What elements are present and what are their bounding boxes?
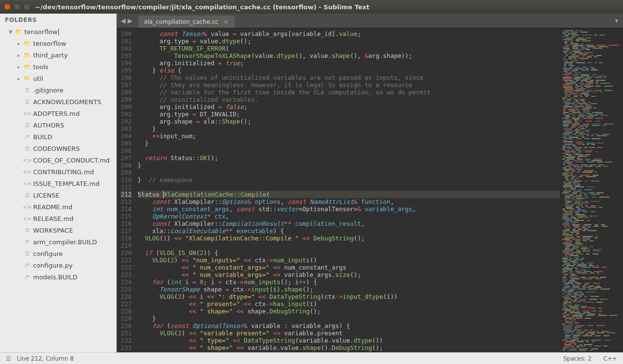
- file-item[interactable]: /*configure.py: [0, 261, 116, 271]
- file-item[interactable]: 🗋WORKSPACE: [0, 226, 116, 236]
- file-item[interactable]: <>README.md: [0, 202, 116, 212]
- window-titlebar: ~/dev/tensorflow/tensorflow/compiler/jit…: [0, 0, 623, 14]
- tab-strip: ◀ ▶ xla_compilation_cache.cc × ▾: [117, 14, 623, 28]
- file-item[interactable]: <>CONTRIBUTING.md: [0, 167, 116, 177]
- file-item[interactable]: <>ISSUE_TEMPLATE.md: [0, 179, 116, 189]
- file-item[interactable]: /*models.BUILD: [0, 273, 116, 282]
- status-language[interactable]: C++: [604, 355, 618, 362]
- editor-tab[interactable]: xla_compilation_cache.cc ×: [138, 16, 235, 28]
- code-editor[interactable]: const Tensor& value = variable_args[vari…: [138, 28, 560, 352]
- file-item[interactable]: <>RELEASE.md: [0, 214, 116, 224]
- nav-back-icon[interactable]: ◀: [121, 17, 126, 24]
- window-title: ~/dev/tensorflow/tensorflow/compiler/jit…: [35, 3, 369, 11]
- file-item[interactable]: 🗋ACKNOWLEDGMENTS: [0, 97, 116, 107]
- file-item[interactable]: 🗋LICENSE: [0, 191, 116, 200]
- panel-toggle-icon[interactable]: ☰: [6, 355, 11, 362]
- file-item[interactable]: <>ADOPTERS.md: [0, 109, 116, 119]
- file-item[interactable]: /*arm_compiler.BUILD: [0, 237, 116, 247]
- window-close-button[interactable]: [4, 3, 11, 10]
- file-item[interactable]: 🗋CODEOWNERS: [0, 144, 116, 154]
- folder-item[interactable]: ▸📁util: [0, 74, 116, 84]
- sidebar: FOLDERS ▼📁tensorflow▸📁tensorflow▸📁third_…: [0, 14, 117, 352]
- folder-item[interactable]: ▸📁tensorflow: [0, 39, 116, 49]
- window-minimize-button[interactable]: [14, 3, 20, 10]
- folder-item[interactable]: ▸📁tools: [0, 62, 116, 72]
- folder-root[interactable]: ▼📁tensorflow: [0, 27, 116, 37]
- status-bar: ☰ Line 212, Column 8 Spaces: 2 C++: [0, 352, 623, 364]
- file-item[interactable]: 🗋configure: [0, 249, 116, 259]
- file-item[interactable]: <>CODE_OF_CONDUCT.md: [0, 156, 116, 165]
- window-maximize-button[interactable]: [23, 3, 30, 10]
- status-position[interactable]: Line 212, Column 8: [17, 355, 74, 362]
- tab-label: xla_compilation_cache.cc: [144, 18, 219, 25]
- sidebar-header: FOLDERS: [0, 14, 116, 26]
- file-item[interactable]: 🗋AUTHORS: [0, 121, 116, 130]
- tab-close-icon[interactable]: ×: [223, 18, 229, 25]
- file-item[interactable]: 🗋.gitignore: [0, 86, 116, 95]
- tab-menu-icon[interactable]: ▾: [615, 17, 618, 24]
- nav-forward-icon[interactable]: ▶: [128, 17, 132, 24]
- file-item[interactable]: /*BUILD: [0, 132, 116, 142]
- line-gutter: 1901911921931941951961971981992002012022…: [117, 28, 138, 352]
- folder-item[interactable]: ▸📁third_party: [0, 51, 116, 60]
- minimap[interactable]: [560, 28, 623, 352]
- status-indent[interactable]: Spaces: 2: [563, 355, 591, 362]
